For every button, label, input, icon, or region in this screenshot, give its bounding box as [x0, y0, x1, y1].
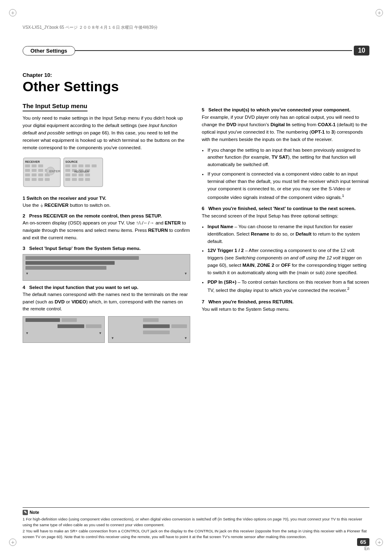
- bullet-item-1: If you change the setting to an input th…: [208, 147, 369, 169]
- footnote-2: 2 You will have to make an SR+ cable con…: [23, 528, 369, 540]
- step6-bullets: Input Name – You can choose to rename th…: [208, 223, 369, 294]
- footnote-1: 1 For high-definition video (using compo…: [23, 516, 369, 528]
- note-icon: ✎: [23, 510, 28, 515]
- header-bar: Other Settings 10: [23, 44, 369, 57]
- step6-intro: The second screen of the Input Setup has…: [202, 213, 369, 220]
- bullet-item-2: If your component is connected via a com…: [208, 171, 369, 201]
- svg-rect-36: [78, 178, 83, 181]
- svg-rect-16: [45, 178, 50, 181]
- step6-heading: 6 When you're finished, select 'Next' to…: [202, 206, 369, 211]
- svg-text:ENTER: ENTER: [49, 169, 60, 173]
- file-info: VSX-LX51_JY.book 65 ページ ２００８年４月１６日 水曜日 午…: [23, 25, 158, 30]
- left-column: The Input Setup menu You only need to ma…: [23, 102, 190, 346]
- svg-rect-37: [85, 178, 90, 181]
- note-label: Note: [30, 510, 39, 515]
- osd-panel-2: ▼ ▼: [23, 316, 105, 343]
- step4-text: The default names correspond with the na…: [23, 291, 190, 313]
- svg-text:RECEIVER: RECEIVER: [25, 160, 40, 163]
- step5-heading: 5 Select the input(s) to which you've co…: [202, 107, 369, 112]
- svg-rect-5: [25, 169, 30, 172]
- page-number: 65: [357, 538, 369, 546]
- step5-text: For example, if your DVD player only has…: [202, 114, 369, 143]
- right-column: 5 Select the input(s) to which you've co…: [202, 102, 369, 346]
- svg-rect-32: [78, 173, 83, 176]
- header-label: Other Settings: [23, 46, 75, 56]
- svg-rect-30: [65, 173, 70, 176]
- chapter-label: Chapter 10:: [23, 72, 369, 78]
- corner-mark-tr: [376, 9, 383, 16]
- step2-text: An on-screen display (OSD) appears on yo…: [23, 220, 190, 241]
- svg-text:RECEIVER: RECEIVER: [74, 170, 89, 173]
- intro-text: You only need to make settings in the In…: [23, 115, 190, 151]
- svg-rect-7: [38, 169, 43, 172]
- osd-panel-1: ▼ ▼: [23, 254, 190, 281]
- svg-rect-15: [38, 178, 43, 181]
- svg-rect-31: [72, 173, 77, 176]
- step3-heading: 3 Select 'Input Setup' from the System S…: [23, 246, 190, 251]
- step1-heading: 1 Switch on the receiver and your TV.: [23, 196, 190, 201]
- svg-rect-22: [72, 164, 77, 167]
- bullet-pdp: PDP In (SR+) – To control certain functi…: [208, 279, 369, 294]
- bullet-input-name: Input Name – You can choose to rename th…: [208, 223, 369, 245]
- chapter-number: 10: [354, 46, 369, 56]
- chapter-title: Other Settings: [23, 79, 369, 94]
- step4-heading: 4 Select the input function that you wan…: [23, 285, 190, 290]
- svg-rect-9: [25, 173, 30, 176]
- svg-rect-10: [32, 173, 37, 176]
- osd-panel-3: ▼ ▼: [108, 316, 190, 343]
- two-column-layout: The Input Setup menu You only need to ma…: [23, 102, 369, 346]
- svg-rect-35: [72, 178, 77, 181]
- section-heading: The Input Setup menu: [23, 102, 88, 111]
- step5-bullets: If you change the setting to an input th…: [208, 147, 369, 201]
- svg-rect-11: [38, 173, 43, 176]
- corner-mark-br: [376, 539, 383, 546]
- svg-rect-3: [32, 164, 37, 167]
- svg-rect-21: [65, 164, 70, 167]
- svg-rect-23: [78, 164, 83, 167]
- svg-rect-4: [38, 164, 43, 167]
- remote-control-image: RECEIVER: [23, 155, 105, 192]
- step7-text: You will return to the System Setup menu…: [202, 306, 369, 313]
- step1-text: Use the ⏚ RECEIVER button to switch on.: [23, 202, 190, 209]
- osd-step4: ▼ ▼: [23, 316, 190, 343]
- header-line: [75, 50, 353, 51]
- note-header: ✎ Note: [23, 510, 369, 515]
- svg-rect-14: [32, 178, 37, 181]
- svg-rect-24: [85, 164, 90, 167]
- svg-rect-25: [92, 164, 97, 167]
- footer-notes: ✎ Note 1 For high-definition video (usin…: [23, 507, 369, 541]
- main-content: Chapter 10: Other Settings The Input Set…: [23, 64, 369, 510]
- bullet-12v: 12V Trigger 1 / 2 – After connecting a c…: [208, 247, 369, 276]
- corner-mark-tl: [9, 9, 16, 16]
- step7-heading: 7 When you're finished, press RETURN.: [202, 299, 369, 304]
- corner-mark-bl: [9, 539, 16, 546]
- osd-step3: ▼ ▼: [23, 254, 190, 281]
- svg-rect-33: [85, 173, 90, 176]
- page-lang: En: [364, 546, 369, 551]
- step2-heading: 2 Press RECEIVER on the remote control, …: [23, 213, 190, 218]
- svg-rect-2: [25, 164, 30, 167]
- svg-rect-6: [32, 169, 37, 172]
- svg-rect-34: [65, 178, 70, 181]
- svg-text:SOURCE: SOURCE: [65, 160, 78, 163]
- svg-rect-13: [25, 178, 30, 181]
- svg-rect-26: [65, 169, 70, 172]
